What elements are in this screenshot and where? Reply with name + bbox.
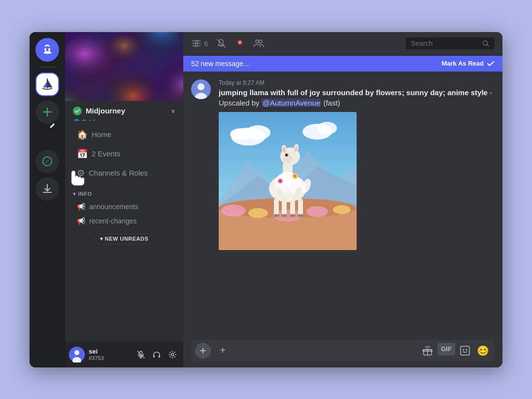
pin-icon[interactable] [234,38,245,49]
channels-roles-icon: ⚙ [77,168,85,179]
server-icon-sailboat[interactable] [35,73,59,96]
home-icon: 🏠 [77,129,88,140]
svg-point-40 [306,206,328,217]
gif-button[interactable]: GIF [437,343,455,356]
category-info[interactable]: ▾ INFO [65,183,183,199]
svg-point-1 [48,48,50,50]
emoji-button[interactable]: 😊 [475,343,491,359]
server-name-bar[interactable]: Midjourney ∨ [65,101,183,121]
user-settings-button[interactable] [166,348,179,362]
svg-point-52 [287,154,288,155]
input-actions: GIF 😊 [420,343,491,359]
channel-sidebar: Midjourney ∨ 🌐 Public 🏠 Home 📅 2 Events … [65,32,183,367]
svg-point-57 [273,214,279,217]
attach-button[interactable] [195,343,211,359]
server-chevron-icon: ∨ [171,108,175,114]
public-badge: 🌐 Public [65,119,183,121]
svg-rect-73 [461,346,469,355]
message-suffix: (fast) [323,99,340,107]
svg-point-39 [248,208,268,218]
svg-point-0 [44,48,46,50]
server-icon-explore[interactable] [35,149,59,173]
svg-rect-56 [298,198,303,216]
nav-channels-roles[interactable]: ⚙ Channels & Roles [69,164,179,182]
channel-nav: 🏠 Home 📅 2 Events ⚙ Channels & Roles ▾ I… [65,121,183,342]
members-icon[interactable] [253,38,264,49]
server-icon-add[interactable] [35,100,59,124]
chat-area: 6 [183,32,502,367]
nav-home[interactable]: 🏠 Home [69,125,179,144]
svg-point-10 [102,36,146,70]
user-avatar [69,347,85,363]
svg-rect-53 [274,198,279,216]
verified-badge [73,107,82,115]
category-chevron: ▾ [73,191,76,197]
nav-channels-roles-label: Channels & Roles [89,169,148,177]
svg-point-21 [256,40,259,43]
message-image [219,112,357,250]
svg-point-75 [466,349,467,350]
svg-point-12 [74,350,79,355]
server-divider [39,67,55,68]
new-unreads-badge[interactable]: ▾ NEW UNREADS [95,234,154,244]
message-group: Today at 8:27 AM jumping llama with full… [191,79,495,250]
plus-button[interactable]: + [215,343,231,359]
chat-input-area: + GIF [183,336,502,367]
channel-announcements[interactable]: 📢 announcements [69,200,179,214]
user-actions [134,348,179,362]
recent-changes-icon: 📢 [77,217,85,225]
server-banner [65,32,183,101]
new-messages-banner: 52 new message... Mark As Read [183,56,502,72]
svg-point-50 [283,155,293,163]
message-mention[interactable]: @AutumnAvenue [262,99,322,107]
svg-rect-16 [159,355,160,358]
svg-point-17 [171,353,174,356]
server-icon-discord[interactable] [35,38,59,62]
svg-point-51 [285,153,288,156]
new-unreads-label: ▾ NEW UNREADS [100,236,149,242]
message-text: jumping llama with full of joy surrounde… [219,87,495,108]
globe-icon: 🌐 [73,119,80,121]
svg-point-25 [198,83,204,90]
svg-rect-54 [282,200,287,216]
chat-header: 6 [183,32,502,56]
mute-mic-button[interactable] [134,348,148,362]
username: sei [89,348,130,355]
svg-point-74 [463,349,465,350]
server-icon-download[interactable] [35,177,59,201]
gift-button[interactable] [420,343,435,359]
message-content: Today at 8:27 AM jumping llama with full… [219,79,495,250]
channel-recent-changes[interactable]: 📢 recent-changes [69,214,179,228]
user-bar: sei #3753 [65,342,183,367]
chat-messages: Today at 8:27 AM jumping llama with full… [183,72,502,336]
sticker-button[interactable] [457,343,473,359]
svg-point-33 [317,122,337,135]
svg-point-60 [298,214,303,217]
user-info: sei #3753 [89,348,130,361]
svg-point-65 [294,175,297,178]
nav-home-label: Home [92,130,111,139]
channel-recent-changes-label: recent-changes [89,217,137,225]
new-messages-text: 52 new message... [191,60,436,68]
mark-as-read-button[interactable]: Mark As Read [442,60,495,68]
category-label: INFO [78,191,92,197]
visibility-label: Public [82,119,99,121]
channel-count-badge: 6 [191,38,208,49]
server-name: Midjourney [86,107,167,115]
channel-count: 6 [204,39,208,48]
server-sidebar [30,32,65,367]
message-bold-text: jumping llama with full of joy surrounde… [219,88,488,97]
announcements-icon: 📢 [77,203,85,211]
nav-events[interactable]: 📅 2 Events [69,145,179,163]
server-header: Midjourney ∨ 🌐 Public [65,32,183,121]
search-placeholder: Search [411,39,478,47]
headphones-button[interactable] [150,348,164,362]
chat-input-bar: + GIF [191,340,495,362]
mute-bell-icon[interactable] [216,38,227,49]
svg-point-58 [281,214,287,217]
svg-rect-55 [290,200,295,216]
message-avatar [191,79,211,99]
user-discriminator: #3753 [89,355,130,361]
search-bar[interactable]: Search [406,37,495,49]
message-timestamp: Today at 8:27 AM [219,79,495,86]
